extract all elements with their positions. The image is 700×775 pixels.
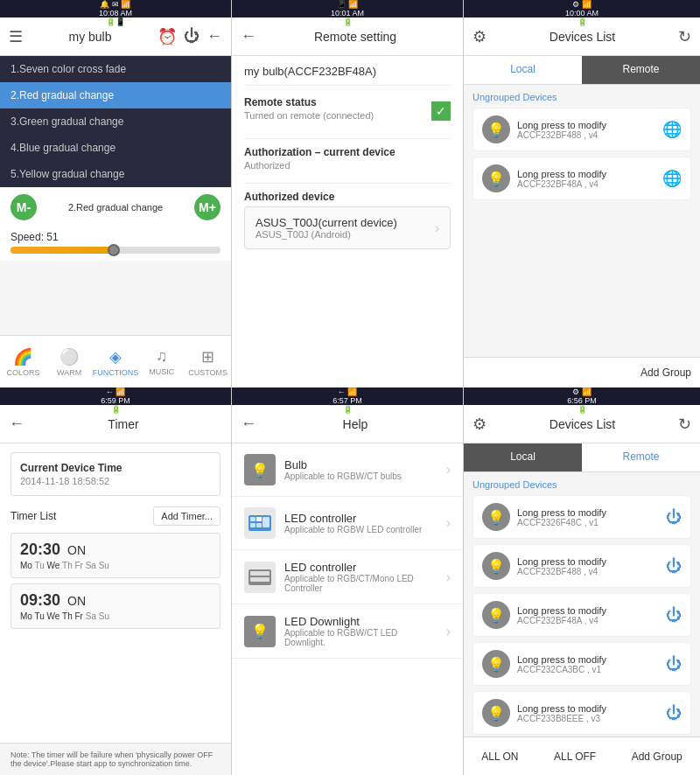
- status-left-r: 📱 📶: [337, 0, 359, 9]
- device-name-2: Long press to modify: [517, 169, 655, 179]
- help-item-bulb[interactable]: 💡 Bulb Applicable to RGBW/CT bulbs ›: [232, 443, 463, 497]
- device2-icon-4: 💡: [482, 650, 510, 678]
- timer-title: Timer: [24, 417, 222, 431]
- back-icon[interactable]: ←: [206, 27, 222, 45]
- nav-functions[interactable]: ◈ FUNCTIONS: [93, 347, 139, 377]
- device-row-1[interactable]: 💡 Long press to modify ACCF232BF488 , v4…: [472, 108, 691, 151]
- device2-row-5[interactable]: 💡 Long press to modify ACCF233B8EEE , v3…: [472, 691, 691, 735]
- device2-info-3: Long press to modify ACCF232BF48A , v4: [517, 605, 659, 625]
- color-item-5[interactable]: 5.Yellow gradual change: [0, 161, 231, 187]
- add-timer-btn[interactable]: Add Timer...: [153, 506, 220, 526]
- tab-local-1[interactable]: Local: [464, 56, 582, 84]
- status-time-r: 10:01 AM: [331, 9, 364, 17]
- status-right-r: 🔋: [343, 17, 353, 26]
- speed-slider[interactable]: [10, 247, 220, 254]
- timer-entry-2[interactable]: 09:30 ON Mo Tu We Th Fr Sa Su: [10, 583, 220, 629]
- devices1-title: Devices List: [494, 30, 671, 44]
- help-back-icon[interactable]: ←: [241, 415, 256, 433]
- devices2-content: Ungrouped Devices 💡 Long press to modify…: [464, 472, 700, 737]
- color-item-4[interactable]: 4.Blue gradual change: [0, 135, 231, 161]
- help-led2-title: LED controller: [284, 561, 438, 574]
- timer-status-time: 6:59 PM: [101, 396, 130, 405]
- devices2-gear-icon[interactable]: ⚙: [472, 415, 486, 434]
- help-item-led1[interactable]: LED controller Applicable to RGBW LED co…: [232, 497, 463, 550]
- device2-icon-2: 💡: [482, 552, 510, 580]
- device-row-2[interactable]: 💡 Long press to modify ACCF232BF48A , v4…: [472, 157, 691, 200]
- tab-remote-2[interactable]: Remote: [582, 443, 700, 471]
- svg-rect-8: [250, 577, 270, 582]
- nav-customs[interactable]: ⊞ CUSTOMS: [185, 347, 231, 377]
- customs-icon: ⊞: [201, 347, 214, 367]
- ungrouped-label-2: Ungrouped Devices: [472, 479, 691, 490]
- help-item-downlight[interactable]: 💡 LED Downlight Applicable to RGBW/CT LE…: [232, 604, 463, 659]
- timer-entry-1[interactable]: 20:30 ON Mo Tu We Th Fr Sa Su: [10, 533, 220, 578]
- functions-icon: ◈: [109, 347, 122, 367]
- device-id-2: ACCF232BF48A , v4: [517, 179, 655, 189]
- auth-section: Authorization – current device Authorize…: [244, 146, 451, 171]
- svg-rect-2: [250, 523, 256, 527]
- panel-remote: 📱 📶 10:01 AM 🔋 ← Remote setting my bulb(…: [232, 0, 464, 388]
- status-bar-timer: ← 📶 6:59 PM 🔋: [0, 388, 232, 405]
- nav-warm[interactable]: ⚪ WARM: [46, 347, 93, 377]
- auth-sub: Authorized: [244, 160, 451, 171]
- tab-local-2[interactable]: Local: [464, 443, 582, 471]
- ungrouped-label-1: Ungrouped Devices: [472, 92, 691, 102]
- tab-remote-1[interactable]: Remote: [582, 56, 700, 84]
- add-group-btn-1[interactable]: Add Group: [640, 367, 691, 379]
- device2-row-4[interactable]: 💡 Long press to modify ACCF232CA3BC , v1…: [472, 642, 691, 686]
- power-icon-5[interactable]: ⏻: [666, 704, 682, 723]
- device-icon-2: 💡: [482, 164, 510, 192]
- add-group-btn-2[interactable]: Add Group: [625, 747, 690, 766]
- timer-back-icon[interactable]: ←: [9, 415, 24, 433]
- status-right-d1: 🔋: [578, 17, 587, 26]
- remote-status-section: Remote status Turned on remote (connecte…: [244, 96, 451, 126]
- plus-btn[interactable]: M+: [194, 194, 220, 220]
- devices1-refresh-icon[interactable]: ↻: [678, 27, 691, 46]
- menu-icon[interactable]: ☰: [9, 27, 23, 46]
- device2-row-1[interactable]: 💡 Long press to modify ACCF2326F48C , v1…: [472, 495, 691, 539]
- nav-colors[interactable]: 🌈 COLORS: [0, 347, 46, 377]
- speed-section: Speed: 51: [0, 227, 231, 261]
- color-list: 1.Seven color cross fade 2.Red gradual c…: [0, 56, 231, 187]
- minus-btn[interactable]: M-: [10, 194, 37, 220]
- bottom-nav: 🌈 COLORS ⚪ WARM ◈ FUNCTIONS ♫ MUSIC ⊞ CU…: [0, 335, 231, 388]
- device2-row-2[interactable]: 💡 Long press to modify ACCF232BF488 , v4…: [472, 544, 691, 588]
- devices2-refresh-icon[interactable]: ↻: [678, 415, 691, 434]
- device2-icon-3: 💡: [482, 601, 510, 629]
- remote-back-icon[interactable]: ←: [241, 27, 256, 45]
- power-icon-1[interactable]: ⏻: [666, 508, 682, 527]
- power-toggle-icon[interactable]: ⏻: [184, 27, 200, 45]
- authorized-device-item[interactable]: ASUS_T00J(current device) ASUS_T00J (And…: [244, 206, 451, 249]
- nav-music[interactable]: ♫ MUSIC: [138, 347, 185, 376]
- help-item-led2[interactable]: LED controller Applicable to RGB/CT/Mono…: [232, 550, 463, 604]
- power-icon-4[interactable]: ⏻: [666, 655, 682, 674]
- color-item-2[interactable]: 2.Red gradual change: [0, 82, 231, 108]
- devices1-gear-icon[interactable]: ⚙: [472, 27, 486, 46]
- help-bulb-info: Bulb Applicable to RGBW/CT bulbs: [284, 458, 438, 481]
- timer-time-2: 09:30: [20, 591, 60, 610]
- color-item-3[interactable]: 3.Green gradual change: [0, 108, 231, 135]
- alarm-icon[interactable]: ⏰: [158, 27, 177, 46]
- color-item-1[interactable]: 1.Seven color cross fade: [0, 56, 231, 82]
- authorized-device-section: Authorized device ASUS_T00J(current devi…: [244, 191, 451, 249]
- colors-label: COLORS: [6, 368, 39, 377]
- speed-thumb: [108, 244, 120, 256]
- current-device-title: Current Device Time: [20, 462, 211, 474]
- divider-2: [244, 183, 451, 184]
- device2-info-4: Long press to modify ACCF232CA3BC , v1: [517, 654, 659, 674]
- device2-row-3[interactable]: 💡 Long press to modify ACCF232BF48A , v4…: [472, 593, 691, 637]
- bulb-title: my bulb: [30, 30, 150, 44]
- all-on-btn[interactable]: ALL ON: [474, 747, 525, 766]
- globe-icon-2[interactable]: 🌐: [662, 169, 682, 188]
- timer-content: Current Device Time 2014-11-18 18:58:52 …: [0, 443, 231, 775]
- all-off-btn[interactable]: ALL OFF: [547, 747, 603, 766]
- power-icon-2[interactable]: ⏻: [666, 557, 682, 576]
- svg-rect-4: [256, 523, 262, 527]
- remote-status-checkbox[interactable]: ✓: [431, 101, 451, 121]
- power-icon-3[interactable]: ⏻: [666, 606, 682, 625]
- customs-label: CUSTOMS: [188, 368, 228, 377]
- status-bar-devices2: ⚙ 📶 6:56 PM 🔋: [464, 388, 700, 405]
- music-icon: ♫: [156, 347, 168, 366]
- remote-device-name: my bulb(ACCF232BF48A): [244, 65, 451, 86]
- globe-icon-1[interactable]: 🌐: [662, 120, 682, 139]
